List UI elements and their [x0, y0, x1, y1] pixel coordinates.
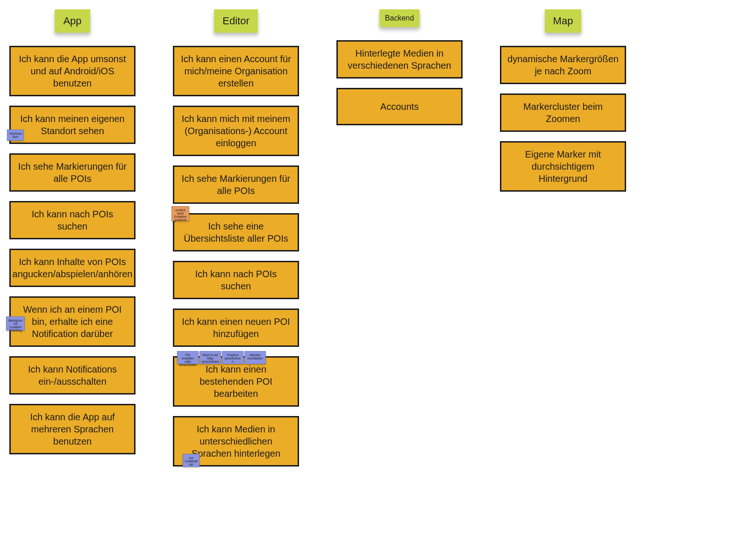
card-text: Ich kann Inhalte von POIs angucken/abspi… [13, 256, 133, 280]
card[interactable]: Ich kann Inhalte von POIs angucken/abspi… [9, 249, 136, 287]
card-text: Ich sehe eine Übersichtsliste aller POIs [179, 220, 293, 244]
card-text: Ich kann Notifications ein-/ausschalten [15, 363, 129, 388]
mini-note[interactable]: Position spezifizieren [222, 351, 243, 364]
card[interactable]: Ich kann mich mit meinem (Organisations-… [173, 106, 299, 156]
card[interactable]: Ich kann einen bestehenden POI bearbeite… [173, 356, 299, 407]
card[interactable]: Ich kann meinen eigenen Standort sehen G… [9, 106, 136, 144]
card[interactable]: Ich sehe eine Übersichtsliste aller POIs… [173, 213, 299, 251]
card[interactable]: Markercluster beim Zoomen [500, 93, 626, 132]
column-header-map[interactable]: Map [545, 9, 582, 33]
card[interactable]: Eigene Marker mit durchsichtigem Hinterg… [500, 141, 626, 192]
column-editor: Editor Ich kann einen Account für mich/m… [173, 9, 299, 476]
card[interactable]: Ich sehe Markierungen für alle POIs [9, 153, 136, 192]
card[interactable]: Ich kann nach POIs suchen [173, 261, 299, 299]
card-text: Ich kann einen bestehenden POI bearbeite… [179, 363, 293, 400]
card[interactable]: Ich kann Notifications ein-/ausschalten [9, 356, 136, 395]
kanban-board: App Ich kann die App umsonst und auf And… [0, 0, 756, 485]
mini-note[interactable]: Background Location Tracking [6, 316, 25, 330]
card[interactable]: Ich kann die App auf mehreren Sprachen b… [9, 404, 136, 454]
column-backend: Backend Hinterlegte Medien in verschiede… [336, 9, 463, 476]
column-app: App Ich kann die App umsonst und auf And… [9, 9, 136, 476]
card-text: Wenn ich an einem POI bin, erhalte ich e… [15, 303, 129, 340]
card-text: Ich kann einen Account für mich/meine Or… [179, 53, 293, 89]
card-text: Accounts [380, 101, 419, 113]
card[interactable]: Accounts [336, 88, 463, 125]
card-text: Ich kann die App auf mehreren Sprachen b… [15, 411, 129, 447]
card-text: Ich sehe Markierungen für alle POIs [179, 172, 293, 197]
column-map: Map dynamische Markergrößen je nach Zoom… [500, 9, 626, 476]
card-text: Eigene Marker mit durchsichtigem Hinterg… [506, 148, 620, 185]
card-text: Markercluster beim Zoomen [506, 101, 620, 125]
mini-note[interactable]: Geolocation [7, 129, 24, 141]
mini-note[interactable]: Medien hochladen [244, 351, 266, 364]
card-text: Ich kann meinen eigenen Standort sehen [15, 113, 129, 137]
card[interactable]: Ich kann einen Account für mich/meine Or… [173, 46, 299, 96]
card[interactable]: Ich kann die App umsonst und auf Android… [9, 46, 136, 96]
card-text: Ich kann mich mit meinem (Organisations-… [179, 113, 293, 149]
column-header-editor[interactable]: Editor [214, 9, 257, 33]
card-text: dynamische Markergrößen je nach Zoom [506, 53, 620, 77]
card-text: Ich kann die App umsonst und auf Android… [15, 53, 129, 89]
column-header-backend[interactable]: Backend [379, 9, 420, 27]
mini-note[interactable]: zur Lokalisation [183, 454, 200, 467]
card-text: Ich kann einen neuen POI hinzufügen [179, 316, 293, 340]
card[interactable]: Ich sehe Markierungen für alle POIs [173, 165, 299, 204]
card-text: Hinterlegte Medien in verschiedenen Spra… [342, 47, 456, 72]
card[interactable]: Ich kann einen neuen POI hinzufügen [173, 309, 299, 347]
card-text: Ich sehe Markierungen für alle POIs [15, 160, 129, 185]
card[interactable]: dynamische Markergrößen je nach Zoom [500, 46, 626, 84]
card[interactable]: Hinterlegte Medien in verschiedenen Spra… [336, 40, 463, 79]
card[interactable]: Ich kann nach POIs suchen [9, 201, 136, 239]
card[interactable]: Ich kann Medien in unterschiedlichen Spr… [173, 416, 299, 467]
card-text: Ich kann nach POIs suchen [15, 208, 129, 232]
card-text: Ich kann nach POIs suchen [179, 268, 293, 292]
mini-note[interactable]: sortiert nach Erstellungsdatum [171, 206, 189, 221]
column-header-app[interactable]: App [55, 9, 90, 33]
card[interactable]: Wenn ich an einem POI bin, erhalte ich e… [9, 296, 136, 347]
mini-note-row: Pin erstellen oder verschieben Klick in … [177, 351, 266, 364]
mini-note[interactable]: Pin erstellen oder verschieben [177, 351, 199, 364]
mini-note[interactable]: Klick in der Map verschieben [200, 351, 221, 364]
